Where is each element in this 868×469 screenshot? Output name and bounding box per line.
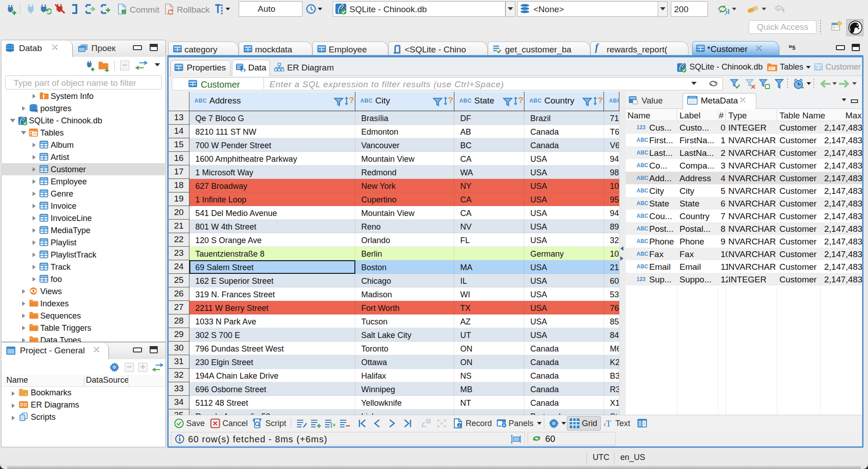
svg-text:(+): (+) bbox=[330, 422, 336, 428]
